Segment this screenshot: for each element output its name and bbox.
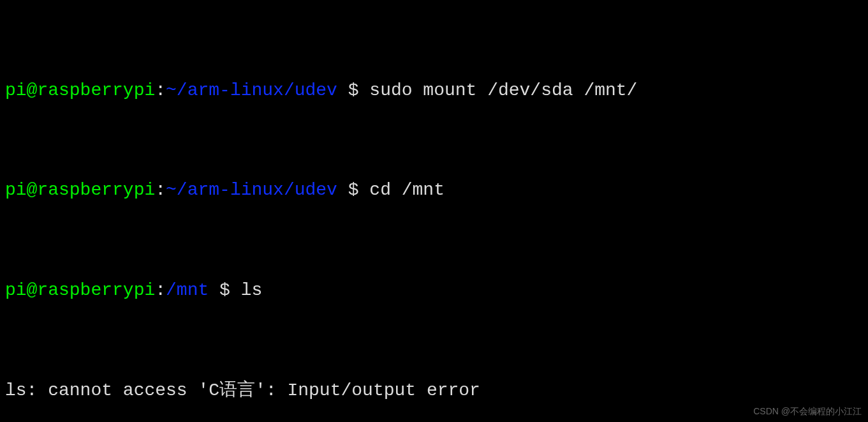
prompt-user: pi@raspberrypi bbox=[5, 280, 155, 300]
prompt-dollar: $ bbox=[209, 280, 240, 300]
prompt-user: pi@raspberrypi bbox=[5, 80, 155, 100]
prompt-sep: : bbox=[155, 180, 166, 200]
prompt-line: pi@raspberrypi:~/arm-linux/udev $ sudo m… bbox=[5, 78, 863, 103]
prompt-line: pi@raspberrypi:/mnt $ ls bbox=[5, 278, 863, 303]
prompt-line: pi@raspberrypi:~/arm-linux/udev $ cd /mn… bbox=[5, 177, 863, 202]
terminal-output[interactable]: pi@raspberrypi:~/arm-linux/udev $ sudo m… bbox=[0, 0, 868, 422]
prompt-sep: : bbox=[155, 280, 166, 300]
command-text: ls bbox=[241, 280, 263, 300]
watermark: CSDN @不会编程的小江江 bbox=[753, 405, 862, 418]
prompt-dollar: $ bbox=[337, 180, 369, 200]
command-text: sudo mount /dev/sda /mnt/ bbox=[369, 80, 637, 100]
prompt-path: /mnt bbox=[166, 280, 209, 300]
prompt-dollar: $ bbox=[337, 80, 369, 100]
prompt-path: ~/arm-linux/udev bbox=[166, 80, 337, 100]
error-line: ls: cannot access 'C语言': Input/output er… bbox=[5, 378, 863, 403]
command-text: cd /mnt bbox=[369, 180, 445, 200]
prompt-sep: : bbox=[155, 80, 166, 100]
prompt-path: ~/arm-linux/udev bbox=[166, 180, 337, 200]
prompt-user: pi@raspberrypi bbox=[5, 180, 155, 200]
